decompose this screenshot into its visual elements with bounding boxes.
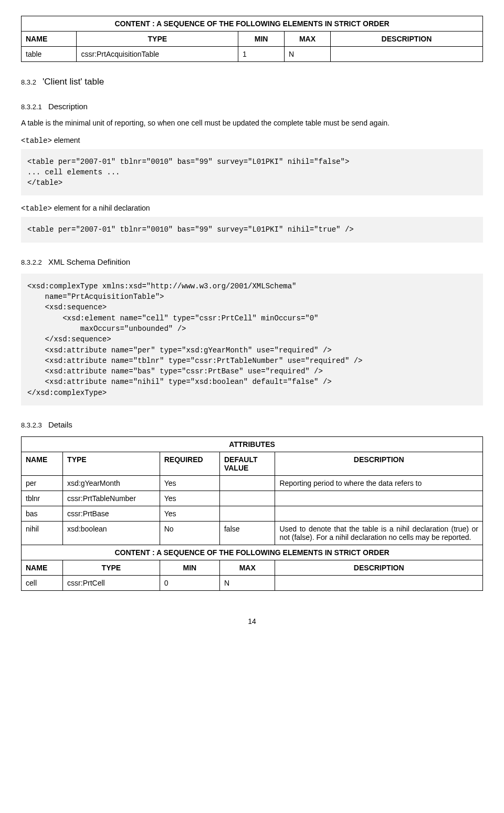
table1-title: CONTENT : A SEQUENCE OF THE FOLLOWING EL… (22, 16, 483, 32)
table2c-h-max: MAX (219, 560, 275, 576)
page-number: 14 (21, 617, 483, 626)
table1-r-min: 1 (238, 47, 285, 62)
table2-h-required: REQUIRED (160, 452, 219, 476)
table-row: table cssr:PrtAcquisitionTable 1 N (22, 47, 483, 62)
table2-attrs-title: ATTRIBUTES (22, 437, 483, 452)
table-row: cell cssr:PrtCell 0 N (22, 576, 483, 591)
heading-8323: 8.3.2.3 Details (21, 420, 483, 429)
cell-default (219, 476, 275, 491)
table2-h-type: TYPE (63, 452, 160, 476)
table1-h-max: MAX (285, 32, 331, 47)
table1-h-name: NAME (22, 32, 77, 47)
heading-832-num: 8.3.2 (21, 78, 36, 86)
label-table-element: <table> element (21, 136, 483, 145)
table-row: bas cssr:PrtBase Yes (22, 506, 483, 522)
heading-8323-num: 8.3.2.3 (21, 421, 42, 429)
cell-desc: Used to denote that the table is a nihil… (275, 522, 483, 545)
heading-8321: 8.3.2.1 Description (21, 102, 483, 111)
cell-type: cssr:PrtBase (63, 506, 160, 522)
heading-8321-title: Description (48, 102, 88, 111)
cell-type: xsd:gYearMonth (63, 476, 160, 491)
table1-h-min: MIN (238, 32, 285, 47)
cell-name: cell (22, 576, 63, 591)
table-row: nihil xsd:boolean No false Used to denot… (22, 522, 483, 545)
cell-desc (275, 491, 483, 506)
table2c-h-desc: DESCRIPTION (275, 560, 483, 576)
table2-content-title: CONTENT : A SEQUENCE OF THE FOLLOWING EL… (22, 545, 483, 560)
label-table-element-code: <table> (21, 137, 52, 145)
label-nihil-text: element for a nihil declaration (52, 204, 150, 212)
cell-name: bas (22, 506, 63, 522)
table-row: per xsd:gYearMonth Yes Reporting period … (22, 476, 483, 491)
cell-required: Yes (160, 476, 219, 491)
cell-required: Yes (160, 491, 219, 506)
heading-8322-title: XML Schema Definition (48, 257, 130, 266)
cell-required: No (160, 522, 219, 545)
table1-h-type: TYPE (77, 32, 238, 47)
cell-type: cssr:PrtTableNumber (63, 491, 160, 506)
cell-max: N (219, 576, 275, 591)
table2c-h-type: TYPE (63, 560, 160, 576)
cell-name: per (22, 476, 63, 491)
cell-default (219, 491, 275, 506)
cell-desc: Reporting period to where the data refer… (275, 476, 483, 491)
cell-desc (275, 506, 483, 522)
cell-default (219, 506, 275, 522)
heading-8322-num: 8.3.2.2 (21, 258, 42, 266)
table2c-h-min: MIN (160, 560, 219, 576)
table2c-h-name: NAME (22, 560, 63, 576)
paragraph-description: A table is the minimal unit of reporting… (21, 118, 483, 129)
label-table-element-text: element (52, 136, 80, 144)
table-row: tblnr cssr:PrtTableNumber Yes (22, 491, 483, 506)
code-block-table-element: <table per="2007-01" tblnr="0010" bas="9… (21, 149, 483, 196)
table1-r-type: cssr:PrtAcquisitionTable (77, 47, 238, 62)
cell-min: 0 (160, 576, 219, 591)
heading-8323-title: Details (48, 420, 72, 429)
cell-type: cssr:PrtCell (63, 576, 160, 591)
cell-name: tblnr (22, 491, 63, 506)
label-nihil-code: <table> (21, 204, 52, 213)
table1-h-desc: DESCRIPTION (330, 32, 482, 47)
table2-h-name: NAME (22, 452, 63, 476)
cell-default: false (219, 522, 275, 545)
code-block-nihil: <table per="2007-01" tblnr="0010" bas="9… (21, 217, 483, 242)
heading-832: 8.3.2 'Client list' table (21, 77, 483, 87)
code-block-xsd: <xsd:complexType xmlns:xsd="http://www.w… (21, 274, 483, 405)
content-sequence-table-1: CONTENT : A SEQUENCE OF THE FOLLOWING EL… (21, 16, 483, 62)
attributes-table: ATTRIBUTES NAME TYPE REQUIRED DEFAULT VA… (21, 436, 483, 591)
cell-type: xsd:boolean (63, 522, 160, 545)
label-nihil-element: <table> element for a nihil declaration (21, 204, 483, 213)
table2-h-desc: DESCRIPTION (275, 452, 483, 476)
table1-r-desc (330, 47, 482, 62)
heading-832-title: 'Client list' table (43, 77, 104, 87)
table1-r-max: N (285, 47, 331, 62)
cell-desc (275, 576, 483, 591)
heading-8321-num: 8.3.2.1 (21, 103, 42, 111)
table2-h-default: DEFAULT VALUE (219, 452, 275, 476)
table1-r-name: table (22, 47, 77, 62)
cell-name: nihil (22, 522, 63, 545)
cell-required: Yes (160, 506, 219, 522)
heading-8322: 8.3.2.2 XML Schema Definition (21, 257, 483, 266)
